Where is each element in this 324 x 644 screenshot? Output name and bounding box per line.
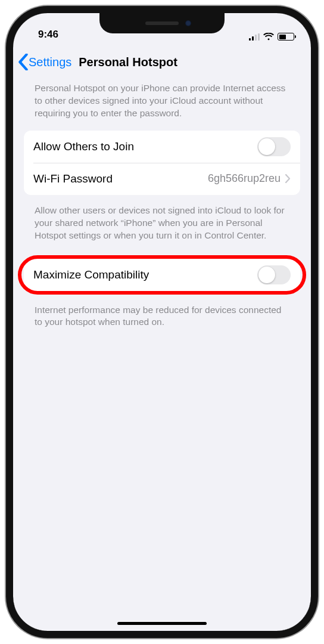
allow-others-toggle[interactable] (257, 137, 291, 156)
allow-others-row[interactable]: Allow Others to Join (24, 131, 300, 163)
status-time: 9:46 (33, 29, 58, 43)
maximize-compatibility-label: Maximize Compatibility (33, 268, 257, 281)
nav-bar: Settings Personal Hotspot (13, 45, 311, 79)
cellular-signal-icon (249, 33, 260, 41)
maximize-compatibility-row[interactable]: Maximize Compatibility (24, 259, 300, 291)
group2-footer: Internet performance may be reduced for … (24, 296, 300, 335)
wifi-password-label: Wi-Fi Password (33, 172, 208, 185)
device-notch (99, 13, 225, 33)
screen: 9:46 Settings Personal Hotspot Personal … (13, 13, 311, 631)
group1-footer: Allow other users or devices not signed … (24, 201, 300, 248)
wifi-password-row[interactable]: Wi-Fi Password 6gh566rup2reu (24, 163, 300, 195)
settings-group-1: Allow Others to Join Wi-Fi Password 6gh5… (24, 131, 300, 195)
allow-others-label: Allow Others to Join (33, 140, 257, 153)
battery-icon (278, 33, 294, 41)
home-indicator[interactable] (117, 622, 207, 625)
phone-frame: 9:46 Settings Personal Hotspot Personal … (6, 6, 318, 638)
wifi-icon (263, 33, 274, 41)
intro-text: Personal Hotspot on your iPhone can prov… (24, 79, 300, 126)
highlighted-setting: Maximize Compatibility (20, 259, 304, 291)
chevron-right-icon (285, 174, 291, 183)
chevron-left-icon (17, 54, 30, 70)
back-button[interactable]: Settings (17, 54, 71, 70)
back-label: Settings (29, 55, 71, 69)
maximize-compatibility-toggle[interactable] (257, 265, 291, 284)
page-title: Personal Hotspot (79, 55, 177, 69)
wifi-password-value: 6gh566rup2reu (208, 172, 281, 185)
